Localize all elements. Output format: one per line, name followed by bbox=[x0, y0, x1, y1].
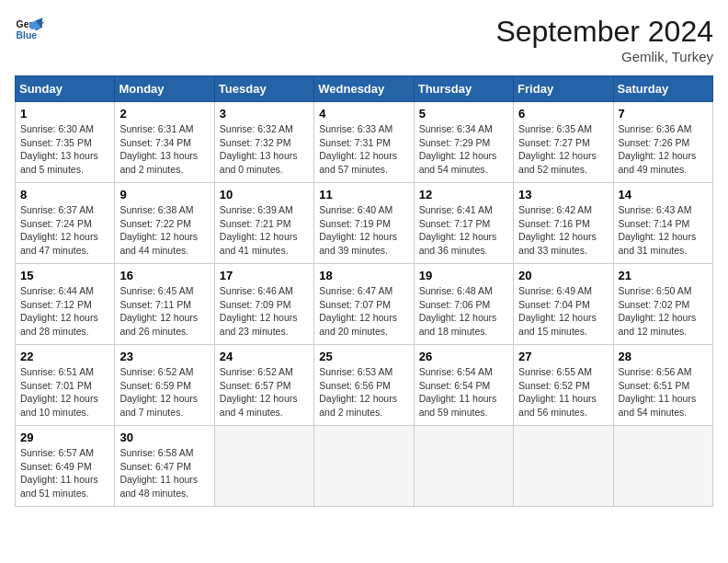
calendar-table: Sunday Monday Tuesday Wednesday Thursday… bbox=[15, 75, 713, 507]
day-number: 19 bbox=[419, 269, 508, 282]
day-number: 3 bbox=[220, 107, 309, 121]
header: General Blue September 2024 Gemlik, Turk… bbox=[15, 15, 713, 64]
day-info: Sunrise: 6:36 AMSunset: 7:26 PMDaylight:… bbox=[619, 123, 697, 175]
day-info: Sunrise: 6:43 AMSunset: 7:14 PMDaylight:… bbox=[619, 204, 697, 256]
location: Gemlik, Turkey bbox=[495, 49, 713, 64]
week-row-5: 29 Sunrise: 6:57 AMSunset: 6:49 PMDaylig… bbox=[16, 426, 713, 507]
day-info: Sunrise: 6:31 AMSunset: 7:34 PMDaylight:… bbox=[119, 123, 198, 175]
month-title: September 2024 bbox=[495, 15, 713, 49]
day-info: Sunrise: 6:54 AMSunset: 6:54 PMDaylight:… bbox=[419, 366, 497, 418]
day-number: 25 bbox=[319, 350, 408, 363]
day-info: Sunrise: 6:34 AMSunset: 7:29 PMDaylight:… bbox=[419, 123, 497, 175]
col-sunday: Sunday bbox=[16, 76, 115, 102]
table-row: 4 Sunrise: 6:33 AMSunset: 7:31 PMDayligh… bbox=[314, 102, 414, 183]
col-friday: Friday bbox=[514, 76, 613, 102]
week-row-4: 22 Sunrise: 6:51 AMSunset: 7:01 PMDaylig… bbox=[16, 345, 713, 426]
table-row: 19 Sunrise: 6:48 AMSunset: 7:06 PMDaylig… bbox=[414, 264, 513, 345]
table-row: 8 Sunrise: 6:37 AMSunset: 7:24 PMDayligh… bbox=[16, 183, 115, 264]
day-number: 2 bbox=[119, 107, 209, 121]
table-row bbox=[514, 426, 613, 507]
day-info: Sunrise: 6:51 AMSunset: 7:01 PMDaylight:… bbox=[20, 366, 98, 418]
table-row: 29 Sunrise: 6:57 AMSunset: 6:49 PMDaylig… bbox=[16, 426, 115, 507]
table-row bbox=[414, 426, 513, 507]
col-wednesday: Wednesday bbox=[314, 76, 414, 102]
day-info: Sunrise: 6:55 AMSunset: 6:52 PMDaylight:… bbox=[518, 366, 597, 418]
day-info: Sunrise: 6:41 AMSunset: 7:17 PMDaylight:… bbox=[419, 204, 497, 256]
table-row: 13 Sunrise: 6:42 AMSunset: 7:16 PMDaylig… bbox=[514, 183, 613, 264]
day-number: 5 bbox=[419, 107, 508, 121]
week-row-1: 1 Sunrise: 6:30 AMSunset: 7:35 PMDayligh… bbox=[16, 102, 713, 183]
day-number: 27 bbox=[518, 350, 608, 363]
col-thursday: Thursday bbox=[414, 76, 513, 102]
day-number: 28 bbox=[619, 350, 708, 363]
table-row: 6 Sunrise: 6:35 AMSunset: 7:27 PMDayligh… bbox=[514, 102, 613, 183]
table-row: 12 Sunrise: 6:41 AMSunset: 7:17 PMDaylig… bbox=[414, 183, 513, 264]
table-row bbox=[214, 426, 313, 507]
table-row: 10 Sunrise: 6:39 AMSunset: 7:21 PMDaylig… bbox=[214, 183, 313, 264]
day-number: 11 bbox=[319, 188, 408, 201]
day-number: 30 bbox=[119, 431, 209, 444]
day-number: 8 bbox=[20, 188, 109, 201]
day-number: 6 bbox=[518, 107, 608, 121]
table-row: 15 Sunrise: 6:44 AMSunset: 7:12 PMDaylig… bbox=[16, 264, 115, 345]
day-number: 18 bbox=[319, 269, 408, 282]
day-info: Sunrise: 6:40 AMSunset: 7:19 PMDaylight:… bbox=[319, 204, 397, 256]
day-info: Sunrise: 6:45 AMSunset: 7:11 PMDaylight:… bbox=[119, 285, 198, 337]
day-number: 22 bbox=[20, 350, 109, 363]
day-number: 9 bbox=[119, 188, 209, 201]
table-row: 18 Sunrise: 6:47 AMSunset: 7:07 PMDaylig… bbox=[314, 264, 414, 345]
table-row: 3 Sunrise: 6:32 AMSunset: 7:32 PMDayligh… bbox=[214, 102, 313, 183]
day-number: 17 bbox=[220, 269, 309, 282]
svg-text:Blue: Blue bbox=[17, 30, 38, 40]
day-number: 15 bbox=[20, 269, 109, 282]
day-number: 13 bbox=[518, 188, 608, 201]
day-info: Sunrise: 6:50 AMSunset: 7:02 PMDaylight:… bbox=[619, 285, 697, 337]
day-number: 29 bbox=[20, 431, 109, 444]
col-tuesday: Tuesday bbox=[214, 76, 313, 102]
day-number: 21 bbox=[619, 269, 708, 282]
logo: General Blue bbox=[15, 15, 44, 44]
table-row: 5 Sunrise: 6:34 AMSunset: 7:29 PMDayligh… bbox=[414, 102, 513, 183]
day-info: Sunrise: 6:35 AMSunset: 7:27 PMDaylight:… bbox=[518, 123, 597, 175]
day-info: Sunrise: 6:53 AMSunset: 6:56 PMDaylight:… bbox=[319, 366, 397, 418]
day-info: Sunrise: 6:49 AMSunset: 7:04 PMDaylight:… bbox=[518, 285, 597, 337]
day-number: 20 bbox=[518, 269, 608, 282]
day-info: Sunrise: 6:46 AMSunset: 7:09 PMDaylight:… bbox=[220, 285, 298, 337]
day-info: Sunrise: 6:47 AMSunset: 7:07 PMDaylight:… bbox=[319, 285, 397, 337]
table-row: 14 Sunrise: 6:43 AMSunset: 7:14 PMDaylig… bbox=[613, 183, 712, 264]
day-info: Sunrise: 6:33 AMSunset: 7:31 PMDaylight:… bbox=[319, 123, 397, 175]
day-info: Sunrise: 6:30 AMSunset: 7:35 PMDaylight:… bbox=[20, 123, 98, 175]
day-number: 14 bbox=[619, 188, 708, 201]
day-info: Sunrise: 6:39 AMSunset: 7:21 PMDaylight:… bbox=[220, 204, 298, 256]
table-row: 9 Sunrise: 6:38 AMSunset: 7:22 PMDayligh… bbox=[115, 183, 214, 264]
table-row: 26 Sunrise: 6:54 AMSunset: 6:54 PMDaylig… bbox=[414, 345, 513, 426]
day-info: Sunrise: 6:44 AMSunset: 7:12 PMDaylight:… bbox=[20, 285, 98, 337]
day-info: Sunrise: 6:52 AMSunset: 6:57 PMDaylight:… bbox=[220, 366, 298, 418]
table-row: 30 Sunrise: 6:58 AMSunset: 6:47 PMDaylig… bbox=[115, 426, 214, 507]
table-row bbox=[314, 426, 414, 507]
week-row-3: 15 Sunrise: 6:44 AMSunset: 7:12 PMDaylig… bbox=[16, 264, 713, 345]
day-number: 4 bbox=[319, 107, 408, 121]
day-info: Sunrise: 6:56 AMSunset: 6:51 PMDaylight:… bbox=[619, 366, 697, 418]
title-area: September 2024 Gemlik, Turkey bbox=[495, 15, 713, 64]
day-number: 24 bbox=[220, 350, 309, 363]
table-row: 22 Sunrise: 6:51 AMSunset: 7:01 PMDaylig… bbox=[16, 345, 115, 426]
day-number: 7 bbox=[619, 107, 708, 121]
logo-icon: General Blue bbox=[15, 15, 44, 44]
day-number: 1 bbox=[20, 107, 109, 121]
day-info: Sunrise: 6:48 AMSunset: 7:06 PMDaylight:… bbox=[419, 285, 497, 337]
col-monday: Monday bbox=[115, 76, 214, 102]
day-info: Sunrise: 6:38 AMSunset: 7:22 PMDaylight:… bbox=[119, 204, 198, 256]
day-number: 26 bbox=[419, 350, 508, 363]
table-row bbox=[613, 426, 712, 507]
day-info: Sunrise: 6:32 AMSunset: 7:32 PMDaylight:… bbox=[220, 123, 298, 175]
table-row: 28 Sunrise: 6:56 AMSunset: 6:51 PMDaylig… bbox=[613, 345, 712, 426]
table-row: 16 Sunrise: 6:45 AMSunset: 7:11 PMDaylig… bbox=[115, 264, 214, 345]
table-row: 21 Sunrise: 6:50 AMSunset: 7:02 PMDaylig… bbox=[613, 264, 712, 345]
day-number: 12 bbox=[419, 188, 508, 201]
day-number: 23 bbox=[119, 350, 209, 363]
day-info: Sunrise: 6:42 AMSunset: 7:16 PMDaylight:… bbox=[518, 204, 597, 256]
table-row: 25 Sunrise: 6:53 AMSunset: 6:56 PMDaylig… bbox=[314, 345, 414, 426]
header-row: Sunday Monday Tuesday Wednesday Thursday… bbox=[16, 76, 713, 102]
day-info: Sunrise: 6:57 AMSunset: 6:49 PMDaylight:… bbox=[20, 447, 98, 499]
